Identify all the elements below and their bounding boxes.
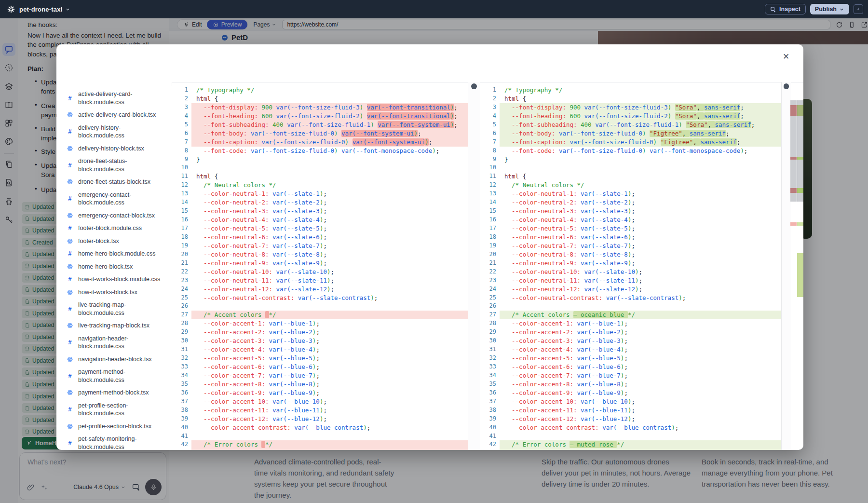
file-list-item[interactable]: navigation-header-block.tsx: [62, 353, 167, 366]
file-list-item[interactable]: # delivery-history-block.module.css: [62, 122, 167, 142]
line-number: 42: [172, 440, 191, 449]
line-number: 39: [172, 415, 191, 423]
code-line-new: 6 --font-body: var(--font-size-fluid-0) …: [480, 129, 781, 138]
file-list-item[interactable]: active-delivery-card-block.tsx: [62, 109, 167, 122]
line-number: 19: [480, 242, 500, 250]
react-icon: [67, 263, 73, 270]
new-panel-scrollbar[interactable]: [781, 82, 791, 450]
line-number: 12: [172, 181, 191, 190]
file-list-item[interactable]: live-tracking-map-block.tsx: [62, 319, 167, 332]
minimap-old-mark: [790, 160, 797, 188]
code-line-old: 34 --color-accent-7: var(--blue-7);: [172, 371, 468, 380]
line-number: 1: [172, 86, 191, 95]
code-line-old: 20 --color-neutral-8: var(--slate-8);: [172, 250, 468, 259]
line-number: 5: [172, 121, 191, 129]
css-module-icon: #: [68, 339, 72, 346]
code-line-old: 32 --color-accent-5: var(--blue-5);: [172, 354, 468, 363]
line-number: 3: [172, 103, 191, 112]
diff-minimap: [790, 72, 803, 450]
file-list-item[interactable]: # emergency-contact-block.module.css: [62, 189, 167, 209]
line-number: 3: [480, 103, 500, 112]
line-number: 41: [172, 432, 191, 441]
file-list-item[interactable]: pet-profile-section-block.tsx: [62, 420, 167, 433]
file-list-item[interactable]: how-it-works-block.tsx: [62, 286, 167, 299]
old-scrollbar-thumb[interactable]: [471, 83, 477, 89]
line-number: 27: [480, 311, 500, 319]
file-list-item[interactable]: # payment-method-block.module.css: [62, 366, 167, 386]
file-name: how-it-works-block.module.css: [78, 275, 160, 284]
file-list-item[interactable]: home-hero-block.tsx: [62, 260, 167, 273]
code-line-new: 42 /* Error colors — muted rose */: [480, 440, 781, 449]
new-scrollbar-thumb[interactable]: [784, 83, 789, 89]
file-list-item[interactable]: # how-it-works-block.module.css: [62, 273, 167, 286]
file-list-item[interactable]: # navigation-header-block.module.css: [62, 332, 167, 353]
code-line-old: 31 --color-accent-4: var(--blue-4);: [172, 345, 468, 354]
line-number: 14: [480, 198, 500, 207]
file-list-item[interactable]: # home-hero-block.module.css: [62, 247, 167, 260]
close-icon[interactable]: ✕: [780, 51, 792, 63]
file-name: navigation-header-block.tsx: [78, 355, 152, 364]
line-number: 19: [172, 242, 191, 250]
file-list-item[interactable]: footer-block.tsx: [62, 235, 167, 248]
code-line-new: 32 --color-accent-5: var(--blue-5);: [480, 354, 781, 363]
file-list-item[interactable]: # live-tracking-map-block.module.css: [62, 299, 167, 319]
code-line-old: 42 /* Error colors */: [172, 440, 468, 449]
code-line-old: 15 --color-neutral-3: var(--slate-3);: [172, 207, 468, 216]
line-number: 34: [480, 371, 500, 380]
top-bar: pet-drone-taxi Inspect Publish: [0, 0, 868, 18]
line-number: 40: [172, 423, 191, 432]
css-module-icon: #: [68, 373, 72, 380]
css-module-icon: #: [68, 440, 72, 447]
app-window: PetD Advanced climate-controlled pods, r…: [0, 0, 868, 503]
line-number: 43: [172, 449, 191, 450]
old-panel-scrollbar[interactable]: [468, 82, 480, 450]
project-chevron-icon[interactable]: [65, 7, 70, 12]
publish-button[interactable]: Publish: [810, 4, 849, 14]
file-list-item[interactable]: # pet-safety-monitoring-block.module.css: [62, 433, 167, 450]
file-list-item[interactable]: # drone-fleet-status-block.module.css: [62, 155, 167, 176]
file-list-item[interactable]: emergency-contact-block.tsx: [62, 209, 167, 222]
minimap-old-mark: [790, 222, 797, 226]
code-line-new: 28 --color-accent-1: var(--blue-1);: [480, 319, 781, 328]
file-name: live-tracking-map-block.module.css: [78, 301, 167, 317]
diff-new-panel: 1/* Typography */2html {3 --font-display…: [480, 82, 781, 450]
react-icon: [67, 389, 73, 396]
code-line-new: 22 --color-neutral-10: var(--slate-10);: [480, 268, 781, 276]
file-list-item[interactable]: drone-fleet-status-block.tsx: [62, 176, 167, 189]
code-line-old: 4 --font-heading: 600 var(--font-size-fl…: [172, 112, 468, 121]
file-list-item[interactable]: # footer-block.module.css: [62, 222, 167, 235]
css-module-icon: #: [68, 225, 72, 231]
file-list-item[interactable]: # active-delivery-card-block.module.css: [62, 88, 167, 109]
react-icon: [67, 289, 73, 296]
file-list-item[interactable]: delivery-history-block.tsx: [62, 142, 167, 155]
line-number: 25: [172, 294, 191, 302]
inspect-button[interactable]: Inspect: [765, 4, 806, 14]
code-line-new: 3 --font-display: 900 var(--font-size-fl…: [480, 103, 781, 112]
code-line-new: 33 --color-accent-6: var(--blue-6);: [480, 363, 781, 371]
file-list-item[interactable]: # pet-profile-section-block.module.css: [62, 399, 167, 420]
css-module-icon: #: [68, 195, 72, 202]
code-line-new: 14 --color-neutral-2: var(--slate-2);: [480, 198, 781, 207]
react-icon: [67, 356, 73, 363]
line-number: 1: [480, 86, 500, 95]
publish-label: Publish: [815, 6, 837, 13]
file-list-item[interactable]: payment-method-block.tsx: [62, 386, 167, 399]
code-line-old: 5 --font-subheading: 400 var(--font-size…: [172, 121, 468, 129]
line-number: 40: [480, 423, 500, 432]
react-icon: [67, 111, 73, 118]
code-line-new: 11html {: [480, 172, 781, 181]
line-number: 24: [172, 285, 191, 294]
line-number: 32: [172, 354, 191, 363]
code-line-old: 7 --font-caption: var(--font-size-fluid-…: [172, 138, 468, 147]
changed-files-list: # active-delivery-card-block.module.css …: [62, 88, 167, 450]
line-number: 23: [480, 276, 500, 285]
react-icon: [67, 238, 73, 245]
activity-button[interactable]: [854, 4, 863, 14]
code-line-old: 17 --color-neutral-5: var(--slate-5);: [172, 224, 468, 233]
line-number: 7: [480, 138, 500, 147]
line-number: 16: [480, 216, 500, 224]
code-line-new: 17 --color-neutral-5: var(--slate-5);: [480, 224, 781, 233]
line-number: 7: [172, 138, 191, 147]
project-title[interactable]: pet-drone-taxi: [19, 6, 62, 13]
code-line-new: 20 --color-neutral-8: var(--slate-8);: [480, 250, 781, 259]
